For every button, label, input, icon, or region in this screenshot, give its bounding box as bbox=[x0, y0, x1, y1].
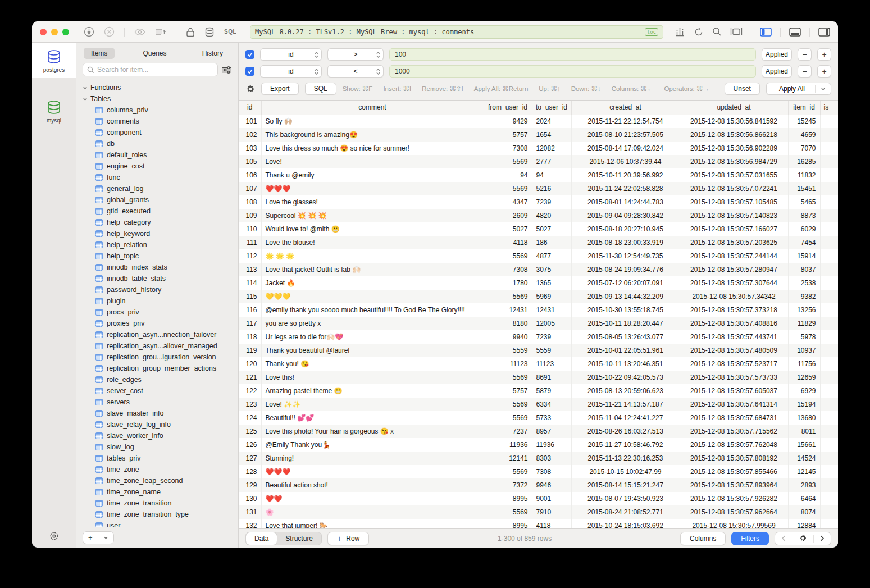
sidebar-table-item[interactable]: user bbox=[83, 520, 238, 527]
cell-is[interactable] bbox=[820, 398, 838, 411]
cell-from-user-id[interactable]: 8995 bbox=[484, 492, 532, 505]
cell-is[interactable] bbox=[820, 263, 838, 276]
cell-item-id[interactable]: 12659 bbox=[788, 371, 820, 384]
cell-created-at[interactable]: 2015-11-27 10:58:46.792 bbox=[571, 438, 680, 452]
cell-id[interactable]: 132 bbox=[239, 519, 261, 528]
add-filter-button[interactable]: + bbox=[817, 65, 831, 78]
export-button[interactable]: Export bbox=[261, 83, 299, 95]
cell-id[interactable]: 103 bbox=[239, 142, 261, 155]
sidebar-table-item[interactable]: columns_priv bbox=[83, 104, 238, 116]
table-row[interactable]: 105 Love! 5569 2777 2015-12-06 10:37:39.… bbox=[239, 155, 838, 168]
cell-item-id[interactable]: 11832 bbox=[788, 168, 820, 182]
cell-created-at[interactable]: 2015-08-10 21:23:57.505 bbox=[571, 128, 680, 142]
sidebar-table-item[interactable]: func bbox=[83, 172, 238, 183]
cell-is[interactable] bbox=[820, 236, 838, 249]
cell-updated-at[interactable]: 2015-12-08 15:30:57.855466 bbox=[680, 465, 788, 478]
cell-created-at[interactable]: 2015-11-21 22:12:54.754 bbox=[571, 115, 680, 128]
cell-comment[interactable]: Stunning! bbox=[261, 452, 484, 465]
table-row[interactable]: 106 Thank u @emily 94 94 2015-10-11 20:3… bbox=[239, 168, 838, 182]
columns-button[interactable]: Columns bbox=[680, 532, 726, 545]
sidebar-table-item[interactable]: password_history bbox=[83, 284, 238, 295]
cell-created-at[interactable]: 2015-10-11 20:39:56.992 bbox=[571, 168, 680, 182]
cell-is[interactable] bbox=[820, 344, 838, 357]
cell-is[interactable] bbox=[820, 142, 838, 155]
cell-comment[interactable]: Love! ✨✨ bbox=[261, 398, 484, 411]
cell-comment[interactable]: Love the blouse! bbox=[261, 236, 484, 249]
filter-sliders-icon[interactable] bbox=[222, 66, 231, 74]
cell-id[interactable]: 127 bbox=[239, 452, 261, 465]
cell-id[interactable]: 108 bbox=[239, 195, 261, 209]
cell-from-user-id[interactable]: 5569 bbox=[484, 249, 532, 263]
cell-item-id[interactable]: 12884 bbox=[788, 519, 820, 528]
cell-updated-at[interactable]: 2015-12-08 15:30:57.715562 bbox=[680, 425, 788, 438]
column-header-is[interactable]: is_ bbox=[820, 101, 838, 115]
cell-created-at[interactable]: 2015-11-13 22:30:16.253 bbox=[571, 452, 680, 465]
sidebar-table-item[interactable]: replication_grou...iguration_version bbox=[83, 352, 238, 363]
cell-updated-at[interactable]: 2015-12-08 15:30:57.893964 bbox=[680, 478, 788, 492]
cell-item-id[interactable]: 10937 bbox=[788, 344, 820, 357]
sidebar-table-item[interactable]: innodb_table_stats bbox=[83, 273, 238, 284]
cell-to-user-id[interactable]: 94 bbox=[532, 168, 571, 182]
cell-created-at[interactable]: 2015-10-24 18:15:03.692 bbox=[571, 519, 680, 528]
cell-is[interactable] bbox=[820, 505, 838, 519]
sidebar-table-item[interactable]: help_category bbox=[83, 217, 238, 228]
table-row[interactable]: 126 @Emily Thank you💃 11936 11936 2015-1… bbox=[239, 438, 838, 452]
filters-button[interactable]: Filters bbox=[731, 532, 769, 545]
cell-comment[interactable]: 💛💛💛 bbox=[261, 290, 484, 303]
cell-comment[interactable]: Thank you! 😘 bbox=[261, 357, 484, 371]
cell-comment[interactable]: Love this photo! Your hair is gorgeous 😘… bbox=[261, 425, 484, 438]
cell-from-user-id[interactable]: 2609 bbox=[484, 209, 532, 222]
sidebar-table-item[interactable]: procs_priv bbox=[83, 307, 238, 318]
apply-all-button[interactable]: Apply All bbox=[766, 83, 831, 95]
cell-from-user-id[interactable]: 5569 bbox=[484, 398, 532, 411]
toggle-right-panel-icon[interactable] bbox=[818, 28, 830, 37]
cell-updated-at[interactable]: 2015-12-08 15:30:57.280947 bbox=[680, 263, 788, 276]
cell-is[interactable] bbox=[820, 182, 838, 195]
cell-created-at[interactable]: 2015-11-21 14:13:57.187 bbox=[571, 398, 680, 411]
cell-from-user-id[interactable]: 5569 bbox=[484, 290, 532, 303]
table-row[interactable]: 112 🌟 🌟 🌟 5569 4877 2015-11-30 12:54:49.… bbox=[239, 249, 838, 263]
toggle-left-panel-icon[interactable] bbox=[760, 28, 772, 37]
cell-id[interactable]: 102 bbox=[239, 128, 261, 142]
cell-item-id[interactable]: 8037 bbox=[788, 263, 820, 276]
structure-tab-button[interactable]: Structure bbox=[277, 532, 321, 545]
previous-page-icon[interactable] bbox=[775, 532, 792, 545]
cell-from-user-id[interactable]: 5569 bbox=[484, 182, 532, 195]
table-row[interactable]: 130 ❤️❤️ 8995 9001 2015-08-07 19:43:50.9… bbox=[239, 492, 838, 505]
column-header-created-at[interactable]: created_at bbox=[571, 101, 680, 115]
cell-from-user-id[interactable]: 5569 bbox=[484, 371, 532, 384]
sidebar-table-item[interactable]: proxies_priv bbox=[83, 318, 238, 329]
cell-is[interactable] bbox=[820, 452, 838, 465]
cell-from-user-id[interactable]: 4347 bbox=[484, 195, 532, 209]
refresh-icon[interactable] bbox=[694, 27, 704, 37]
filter-value-input[interactable] bbox=[391, 67, 754, 75]
cell-from-user-id[interactable]: 12141 bbox=[484, 452, 532, 465]
cell-id[interactable]: 115 bbox=[239, 290, 261, 303]
cell-is[interactable] bbox=[820, 478, 838, 492]
cell-updated-at[interactable]: 2015-12-08 15:30:57.166027 bbox=[680, 222, 788, 236]
cell-id[interactable]: 111 bbox=[239, 236, 261, 249]
remove-filter-button[interactable]: − bbox=[798, 65, 812, 78]
cell-comment[interactable]: Jacket 🔥 bbox=[261, 276, 484, 290]
cell-updated-at[interactable]: 2015-12-08 15:30:56.902289 bbox=[680, 142, 788, 155]
cell-is[interactable] bbox=[820, 303, 838, 317]
add-filter-button[interactable]: + bbox=[817, 48, 831, 61]
sidebar-table-item[interactable]: plugin bbox=[83, 295, 238, 307]
filter-operator-select[interactable]: < bbox=[327, 65, 384, 78]
search-input[interactable] bbox=[97, 66, 213, 74]
cell-id[interactable]: 131 bbox=[239, 505, 261, 519]
cell-to-user-id[interactable]: 9946 bbox=[532, 478, 571, 492]
cell-updated-at[interactable]: 2015-12-08 15:30:57.34342 bbox=[680, 290, 788, 303]
cell-is[interactable] bbox=[820, 168, 838, 182]
table-row[interactable]: 114 Jacket 🔥 1780 1365 2015-07-12 06:20:… bbox=[239, 276, 838, 290]
cell-id[interactable]: 128 bbox=[239, 465, 261, 478]
cell-comment[interactable]: Love that jumper! 🐎 bbox=[261, 519, 484, 528]
cell-id[interactable]: 130 bbox=[239, 492, 261, 505]
lock-icon[interactable] bbox=[186, 27, 195, 37]
cell-item-id[interactable]: 16285 bbox=[788, 155, 820, 168]
cell-id[interactable]: 124 bbox=[239, 411, 261, 425]
cell-updated-at[interactable]: 2015-12-08 15:30:57.684731 bbox=[680, 411, 788, 425]
sidebar-table-item[interactable]: replication_asyn...nnection_failover bbox=[83, 329, 238, 340]
cell-from-user-id[interactable]: 7237 bbox=[484, 425, 532, 438]
cell-id[interactable]: 113 bbox=[239, 263, 261, 276]
